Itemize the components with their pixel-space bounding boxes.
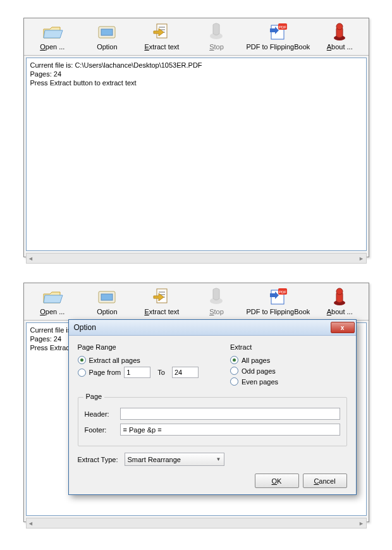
radio-extract-all-pages[interactable]: Extract all pages (78, 356, 217, 364)
radio-icon (78, 369, 86, 377)
option-label: Option (97, 43, 117, 51)
folder-open-icon (41, 21, 64, 42)
radio-label: Page from (89, 369, 121, 376)
extract-type-label: Extract Type: (78, 456, 118, 463)
svg-point-23 (336, 288, 343, 295)
header-input[interactable] (120, 408, 340, 420)
radio-icon (230, 356, 238, 364)
stop-button[interactable]: Stop (189, 284, 244, 315)
pdf2fb-label: PDF to FlippingBook (246, 43, 310, 51)
option-button[interactable]: Option (80, 284, 135, 315)
option-label: Option (97, 308, 117, 315)
cancel-button[interactable]: Cancel (303, 474, 347, 488)
open-button[interactable]: Open ... (25, 284, 80, 315)
radio-odd-pages[interactable]: Odd pages (230, 367, 347, 375)
open-label: Open ... (40, 43, 64, 51)
about-label: About ... (327, 43, 353, 51)
dialog-title: Option (74, 323, 331, 332)
page-from-input[interactable] (124, 367, 150, 378)
log-line: Pages: 24 (30, 70, 362, 78)
stop-label: Stop (209, 43, 224, 51)
about-icon (332, 286, 347, 307)
extract-text-icon (152, 21, 171, 42)
svg-text:PDF: PDF (279, 290, 286, 294)
radio-label: All pages (242, 357, 270, 364)
open-label: Open ... (40, 308, 64, 315)
page-to-input[interactable] (172, 367, 199, 378)
stop-icon (208, 21, 224, 42)
radio-all-pages[interactable]: All pages (230, 356, 347, 364)
stop-label: Stop (209, 308, 224, 315)
folder-open-icon (41, 286, 64, 307)
horizontal-scrollbar[interactable]: ◄ ► (26, 518, 367, 529)
svg-point-11 (336, 23, 343, 30)
option-icon (96, 286, 118, 307)
footer-label: Footer: (85, 426, 115, 434)
toolbar: Open ... Option Extract text Stop PDF PD… (24, 283, 369, 321)
about-label: About ... (327, 308, 353, 315)
footer-input[interactable] (120, 424, 340, 436)
extract-button[interactable]: Extract text (135, 20, 190, 51)
radio-icon (230, 377, 238, 386)
about-icon (332, 21, 347, 42)
extract-label: Extract text (144, 43, 179, 51)
pdf2fb-label: PDF to FlippingBook (246, 308, 310, 315)
dialog-body: Page Range Extract all pages Page from T… (69, 336, 356, 494)
extract-label: Extract text (144, 308, 179, 315)
pdf-to-flippingbook-button[interactable]: PDF PDF to FlippingBook (244, 20, 312, 51)
main-window-2: Open ... Option Extract text Stop PDF PD… (23, 283, 369, 522)
page-group-label: Page (83, 393, 105, 400)
to-label: To (157, 369, 165, 376)
svg-rect-1 (101, 29, 113, 35)
about-button[interactable]: About ... (312, 20, 367, 51)
radio-icon (230, 367, 238, 375)
open-button[interactable]: Open ... (25, 20, 80, 51)
extract-type-combo[interactable]: Smart Rearrange ▼ (125, 453, 224, 466)
pdf-to-flippingbook-button[interactable]: PDF PDF to FlippingBook (244, 284, 312, 315)
dialog-titlebar: Option x (69, 320, 356, 336)
log-line: Press Extract button to extract text (30, 78, 362, 87)
header-label: Header: (85, 410, 115, 418)
stop-icon (208, 286, 224, 307)
scroll-left-icon[interactable]: ◄ (27, 255, 35, 262)
chevron-down-icon: ▼ (216, 456, 221, 462)
option-button[interactable]: Option (80, 20, 135, 51)
log-line: Current file is: C:\Users\lachance\Deskt… (30, 61, 362, 70)
option-icon (96, 21, 118, 42)
radio-icon (78, 356, 86, 364)
page-groupbox: Page Header: Footer: (78, 397, 347, 446)
extract-text-icon (152, 286, 171, 307)
extract-group-label: Extract (230, 343, 347, 351)
svg-text:PDF: PDF (279, 25, 286, 29)
close-icon: x (341, 324, 345, 331)
pdf-flippingbook-icon: PDF (268, 21, 288, 42)
toolbar: Open ... Option Extract text Stop PDF PD… (24, 18, 369, 56)
horizontal-scrollbar[interactable]: ◄ ► (26, 253, 367, 264)
close-button[interactable]: x (331, 322, 355, 333)
radio-even-pages[interactable]: Even pages (230, 377, 347, 386)
scroll-right-icon[interactable]: ► (357, 255, 366, 262)
scroll-left-icon[interactable]: ◄ (27, 520, 35, 527)
about-button[interactable]: About ... (312, 284, 367, 315)
page-range-label: Page Range (78, 343, 217, 351)
scroll-right-icon[interactable]: ► (357, 520, 366, 527)
extract-button[interactable]: Extract text (135, 284, 190, 315)
radio-label: Extract all pages (89, 357, 140, 364)
svg-rect-13 (101, 294, 113, 300)
pdf-flippingbook-icon: PDF (268, 286, 288, 307)
main-window-1: Open ... Option Extract text Stop PDF PD… (23, 18, 369, 257)
radio-label: Even pages (242, 378, 278, 386)
combo-value: Smart Rearrange (128, 456, 181, 463)
ok-button[interactable]: OK (255, 474, 299, 488)
option-dialog: Option x Page Range Extract all pages Pa… (68, 319, 357, 495)
radio-label: Odd pages (242, 367, 276, 375)
radio-page-from[interactable]: Page from To (78, 367, 217, 378)
stop-button[interactable]: Stop (189, 20, 244, 51)
log-output: Current file is: C:\Users\lachance\Deskt… (26, 58, 367, 251)
